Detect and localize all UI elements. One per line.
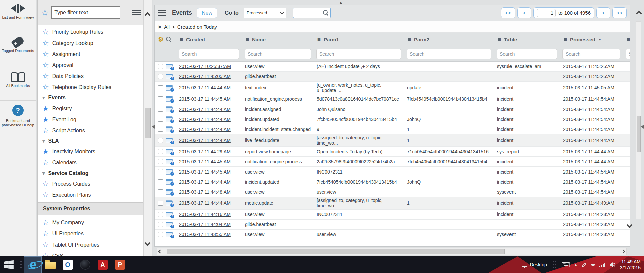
- row-checkbox[interactable]: [158, 159, 163, 164]
- row-checkbox[interactable]: [158, 222, 163, 227]
- sidebar-item[interactable]: ★ Inactivity Monitors: [38, 146, 143, 157]
- row-checkbox[interactable]: [158, 64, 163, 69]
- star-icon[interactable]: ☆: [42, 40, 49, 47]
- search-name-input[interactable]: [245, 49, 311, 59]
- row-checkbox[interactable]: [158, 179, 163, 184]
- taskbar-powerpoint[interactable]: P: [111, 256, 129, 273]
- column-header-table[interactable]: ≡Table: [494, 33, 560, 46]
- record-preview-icon[interactable]: [166, 126, 173, 132]
- created-link[interactable]: 2015-03-17 10:25:37:AM: [179, 64, 231, 69]
- created-link[interactable]: 2015-03-17 11:44:44:AM: [179, 179, 231, 185]
- record-preview-icon[interactable]: [166, 116, 173, 122]
- row-checkbox[interactable]: [158, 107, 163, 112]
- horizontal-scrollbar[interactable]: [157, 248, 627, 255]
- column-header-parm2[interactable]: ≡Parm2: [404, 33, 494, 46]
- sidebar-item[interactable]: ☆ Data Policies: [38, 71, 143, 82]
- first-page-button[interactable]: <<: [501, 7, 515, 18]
- column-menu-icon[interactable]: ≡: [564, 36, 567, 43]
- created-link[interactable]: 2015-03-17 11:44:44:AM: [179, 200, 231, 206]
- rail-item-all-bookmarks[interactable]: All Bookmarks: [0, 66, 36, 95]
- created-link[interactable]: 2015-03-17 11:44:04:AM: [179, 222, 231, 227]
- scrollbar-thumb[interactable]: [637, 116, 641, 152]
- power-plug-icon[interactable]: [591, 262, 595, 267]
- record-preview-icon[interactable]: [166, 64, 173, 69]
- content-scroll-up-icon[interactable]: [636, 10, 642, 16]
- scrollbar-thumb[interactable]: [167, 249, 505, 254]
- created-link[interactable]: 2015-03-17 11:44:29:AM: [179, 149, 231, 154]
- record-preview-icon[interactable]: [166, 74, 173, 79]
- goto-select[interactable]: Processed: [244, 8, 286, 18]
- sidebar-item[interactable]: ☆ Telephone Display Rules: [38, 82, 143, 93]
- sidebar-item[interactable]: ☆ Execution Plans: [38, 189, 143, 200]
- start-button[interactable]: [0, 256, 17, 273]
- column-menu-icon[interactable]: ≡: [498, 36, 501, 43]
- last-page-button[interactable]: >>: [612, 7, 627, 18]
- row-checkbox[interactable]: [158, 117, 163, 122]
- row-checkbox[interactable]: [158, 127, 163, 132]
- sidebar-item[interactable]: ☆ UI Properties: [38, 228, 143, 239]
- row-checkbox[interactable]: [158, 201, 163, 206]
- column-header-parm1[interactable]: ≡Parm1: [314, 33, 404, 46]
- pen-input-icon[interactable]: [582, 262, 587, 267]
- column-header-created[interactable]: ≡Created: [176, 33, 242, 46]
- star-icon[interactable]: ☆: [42, 159, 49, 166]
- next-page-button[interactable]: >: [596, 7, 610, 18]
- taskbar-media-app[interactable]: [76, 256, 94, 273]
- search-partial-input[interactable]: [626, 49, 630, 59]
- sidebar-item[interactable]: ☆ Calendars: [38, 157, 143, 168]
- sidebar-item[interactable]: ☆ Priority Lookup Rules: [38, 26, 143, 38]
- star-icon[interactable]: ☆: [42, 62, 49, 69]
- search-table-input[interactable]: [497, 49, 557, 59]
- pane-splitter-arrow-icon[interactable]: [150, 125, 155, 129]
- column-header-partial[interactable]: ≡: [623, 33, 630, 46]
- column-menu-icon[interactable]: ≡: [180, 36, 183, 43]
- scroll-up-icon[interactable]: [144, 12, 150, 18]
- sidebar-item[interactable]: ☆ Approval: [38, 60, 143, 71]
- star-icon[interactable]: ☆: [42, 51, 49, 58]
- created-link[interactable]: 2015-03-17 11:43:55:AM: [179, 232, 231, 237]
- column-header-name[interactable]: ≡Name: [242, 33, 314, 46]
- row-checkbox[interactable]: [158, 232, 163, 237]
- rail-item-tagged-documents[interactable]: Tagged Documents: [0, 31, 36, 60]
- star-icon[interactable]: ☆: [42, 191, 49, 199]
- taskbar-outlook[interactable]: O: [59, 256, 76, 273]
- star-icon[interactable]: ☆: [42, 219, 49, 226]
- record-preview-icon[interactable]: [166, 232, 173, 237]
- list-search-toggle-icon[interactable]: [166, 37, 172, 42]
- star-icon[interactable]: ☆: [41, 8, 49, 17]
- right-pane-splitter-arrow-icon[interactable]: [639, 125, 644, 129]
- created-link[interactable]: 2015-03-17 11:44:45:AM: [179, 96, 231, 102]
- rail-item-ui-help[interactable]: ? Bookmark and pane-based UI help: [0, 100, 36, 131]
- show-hidden-icons-button[interactable]: ▲: [574, 263, 578, 267]
- row-checkbox[interactable]: [158, 149, 163, 154]
- pane-collapse-icon[interactable]: ▲: [339, 0, 343, 4]
- sidebar-item[interactable]: ☆ Script Actions: [38, 125, 143, 136]
- breadcrumb-caret-icon[interactable]: ▶: [159, 24, 162, 29]
- record-preview-icon[interactable]: [166, 189, 173, 195]
- search-icon[interactable]: [323, 10, 329, 16]
- record-preview-icon[interactable]: [166, 138, 173, 143]
- created-link[interactable]: 2015-03-17 11:44:45:AM: [179, 169, 231, 175]
- content-vertical-scrollbar[interactable]: [636, 21, 641, 219]
- record-preview-icon[interactable]: [166, 96, 173, 102]
- sidebar-item[interactable]: ★ Event Log: [38, 114, 143, 125]
- record-preview-icon[interactable]: [166, 179, 173, 185]
- created-link[interactable]: 2015-03-17 11:44:44:AM: [179, 107, 231, 112]
- page-number-input[interactable]: [537, 9, 556, 17]
- record-preview-icon[interactable]: [166, 169, 173, 175]
- sidebar-item[interactable]: ★ Registry: [38, 103, 143, 114]
- sidebar-item[interactable]: ☆ Category Lookup: [38, 38, 143, 49]
- record-preview-icon[interactable]: [166, 222, 173, 227]
- star-icon[interactable]: ☆: [42, 230, 49, 237]
- search-processed-input[interactable]: [562, 49, 620, 59]
- taskbar-adobe-reader[interactable]: A: [94, 256, 111, 273]
- breadcrumb-condition-link[interactable]: Created on Today: [177, 24, 217, 30]
- search-parm2-input[interactable]: [407, 49, 491, 59]
- sidebar-item[interactable]: ☆ Tablet UI Properties: [38, 239, 143, 250]
- row-checkbox[interactable]: [158, 85, 163, 90]
- taskbar-clock[interactable]: 11:49 AM 3/17/2015: [620, 259, 641, 271]
- filter-input[interactable]: [51, 6, 120, 19]
- scroll-left-icon[interactable]: [158, 249, 162, 254]
- column-menu-icon[interactable]: ≡: [317, 36, 321, 43]
- sidebar-item[interactable]: ☆ Assignment: [38, 49, 143, 60]
